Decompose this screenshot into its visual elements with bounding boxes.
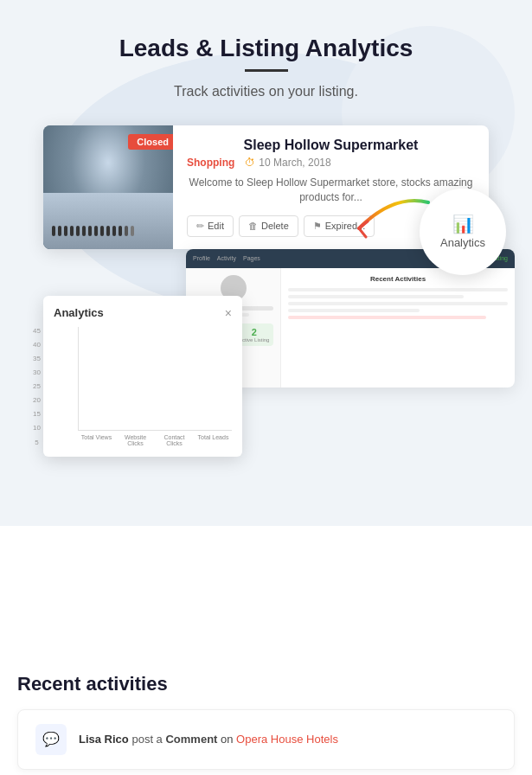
chart-area [78,327,232,431]
title-divider [245,69,288,72]
comment-bold: Comment [165,733,217,746]
clock-icon: ⏱ [245,157,255,169]
analytics-label: Analytics [440,236,485,249]
edit-button[interactable]: ✏ Edit [187,215,234,237]
chart-label-total-views: Total Views [78,434,115,446]
analytics-popup-header: Analytics × [54,306,232,320]
analytics-close-button[interactable]: × [225,306,232,320]
y-axis-labels: 45 40 35 30 25 20 15 10 5 [33,327,41,446]
comment-activity-text: Lisa Rico post a Comment on Opera House … [79,732,338,747]
chart-labels: Total Views Website Clicks Contact Click… [78,434,232,446]
comment-action: post a [131,733,165,746]
bar-chart-icon: 📊 [452,214,474,234]
chart-label-total-leads: Total Leads [195,434,232,446]
comment-preposition: on [221,733,236,746]
comment-link[interactable]: Opera House Hotels [236,733,338,746]
page-title: Leads & Listing Analytics [17,35,515,62]
listing-category: Shopping [187,157,234,169]
activity-line-2 [288,295,464,298]
listing-area: Closed Sleep Hollow Supermarket Shopping… [17,125,515,284]
listing-name: Sleep Hollow Supermarket [187,138,475,153]
recent-activities-title: Recent activities [17,673,515,695]
recent-activities-section: Recent activities 💬 Lisa Rico post a Com… [0,647,532,775]
listing-meta: Shopping ⏱ 10 March, 2018 [187,157,475,169]
comment-icon-wrap: 💬 [35,724,67,755]
listing-date: ⏱ 10 March, 2018 [245,157,330,169]
scene-people [52,226,164,236]
activity-line-3 [288,302,508,305]
analytics-popup-title: Analytics [54,306,104,319]
comment-icon: 💬 [42,731,60,747]
delete-icon: 🗑 [248,221,258,231]
activity-line-4 [288,309,420,312]
analytics-circle-button[interactable]: 📊 Analytics [420,189,506,275]
comment-username: Lisa Rico [79,733,129,746]
activity-item-comment: 💬 Lisa Rico post a Comment on Opera Hous… [17,709,515,770]
dashboard-right-panel: Recent Activities [281,268,515,388]
analytics-popup: Analytics × 45 40 35 30 25 20 15 10 5 [43,296,242,457]
activity-line-1 [288,288,508,291]
page-wrapper: Leads & Listing Analytics Track activiti… [0,0,532,775]
listing-image: Closed [43,125,173,249]
hero-section: Leads & Listing Analytics Track activiti… [0,0,532,526]
expired-icon: ⚑ [313,221,322,232]
edit-icon: ✏ [196,221,204,232]
page-subtitle: Track activities on your listing. [17,84,515,99]
delete-button[interactable]: 🗑 Delete [239,215,298,237]
chart-label-contact-clicks: Contact Clicks [156,434,193,446]
scene-floor [43,193,173,248]
recent-activities-label: Recent Activities [288,275,508,283]
activity-line-5 [288,316,486,319]
closed-badge: Closed [128,134,173,150]
chart-label-website-clicks: Website Clicks [117,434,154,446]
